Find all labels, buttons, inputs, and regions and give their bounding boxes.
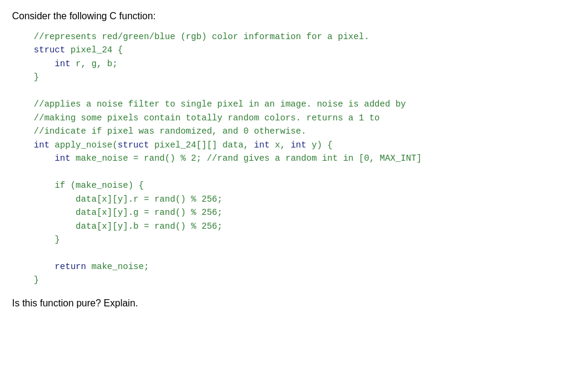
- question-text: Is this function pure? Explain.: [12, 298, 576, 309]
- blank-3: [34, 247, 576, 260]
- blank-1: [34, 84, 576, 98]
- comment-line-3: //making some pixels contain totally ran…: [34, 111, 576, 125]
- assign-r-line: data[x][y].r = rand() % 256;: [34, 193, 576, 206]
- code-block: //represents red/green/blue (rgb) color …: [34, 30, 576, 287]
- blank-2: [34, 166, 576, 179]
- comment-line-4: //indicate if pixel was randomized, and …: [34, 125, 576, 138]
- return-line: return make_noise;: [34, 260, 576, 273]
- struct-body-line: int r, g, b;: [34, 57, 576, 70]
- if-open-line: if (make_noise) {: [34, 179, 576, 192]
- func-sig-line: int apply_noise(struct pixel_24[][] data…: [34, 138, 576, 152]
- func-close-line: }: [34, 273, 576, 287]
- intro-text: Consider the following C function:: [12, 11, 576, 22]
- if-close-line: }: [34, 233, 576, 246]
- assign-g-line: data[x][y].g = rand() % 256;: [34, 206, 576, 219]
- comment-line-2: //applies a noise filter to single pixel…: [34, 98, 576, 111]
- make-noise-line: int make_noise = rand() % 2; //rand give…: [34, 152, 576, 165]
- struct-open-line: struct pixel_24 {: [34, 43, 576, 57]
- comment-line-1: //represents red/green/blue (rgb) color …: [34, 30, 576, 43]
- struct-close-line: }: [34, 70, 576, 84]
- assign-b-line: data[x][y].b = rand() % 256;: [34, 220, 576, 233]
